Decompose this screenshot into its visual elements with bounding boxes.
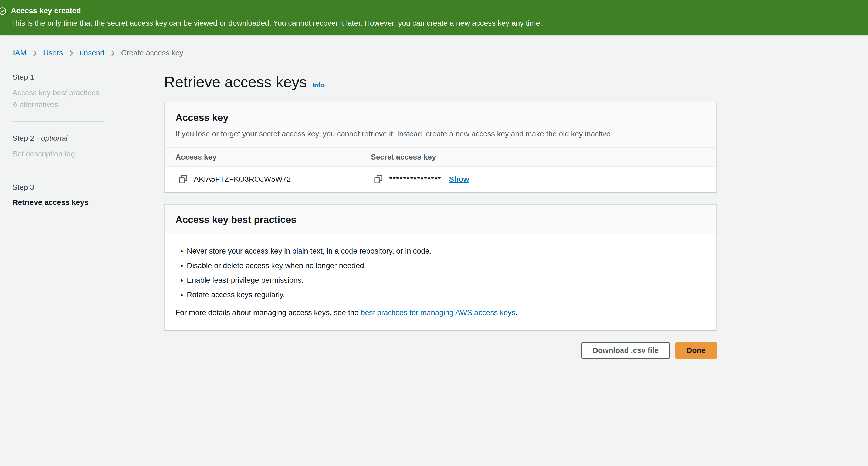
info-link[interactable]: Info [312, 81, 324, 89]
step2-optional-suffix: - optional [36, 134, 67, 142]
step3-current-title: Retrieve access keys [12, 197, 104, 208]
column-header-secret-access-key: Secret access key [361, 148, 716, 166]
copy-secret-key-icon[interactable] [374, 175, 383, 184]
chevron-right-icon [68, 50, 75, 57]
access-key-card: Access key If you lose or forget your se… [164, 101, 717, 192]
column-header-access-key: Access key [165, 148, 361, 166]
best-practices-list: Never store your access key in plain tex… [176, 246, 706, 300]
access-key-card-title: Access key [176, 112, 706, 124]
breadcrumb-item-unsend[interactable]: unsend [80, 48, 104, 58]
breadcrumb-item-iam[interactable]: IAM [13, 48, 26, 58]
chevron-right-icon [31, 50, 38, 57]
breadcrumb: IAM Users unsend Create access key [0, 35, 868, 58]
copy-access-key-icon[interactable] [179, 175, 187, 184]
list-item: Never store your access key in plain tex… [187, 246, 706, 256]
show-secret-link[interactable]: Show [449, 175, 469, 184]
key-table-row: AKIA5FTZFKO3ROJW5W72 *************** Sho… [165, 167, 716, 192]
main-content: Retrieve access keys Info Access key If … [164, 72, 717, 359]
best-practices-card-title: Access key best practices [176, 214, 706, 226]
step2-link[interactable]: Set description tag [12, 150, 75, 158]
page-title: Retrieve access keys [164, 72, 307, 92]
key-table-header: Access key Secret access key [165, 148, 716, 167]
done-button[interactable]: Done [675, 342, 717, 359]
best-practices-footer: For more details about managing access k… [176, 307, 706, 318]
list-item: Rotate access keys regularly. [187, 289, 706, 300]
breadcrumb-current: Create access key [121, 48, 183, 58]
secret-key-masked-value: *************** [389, 174, 441, 185]
wizard-actions: Download .csv file Done [164, 342, 717, 359]
iam-create-access-key-page: Access key created This is the only time… [0, 0, 868, 466]
step-divider [12, 170, 104, 171]
chevron-right-icon [109, 50, 116, 57]
step-divider [12, 122, 104, 122]
flashbar-title: Access key created [11, 5, 542, 16]
flashbar-message: This is the only time that the secret ac… [11, 18, 542, 29]
best-practices-card: Access key best practices Never store yo… [164, 204, 717, 331]
step2-label: Step 2 - optional [12, 133, 104, 143]
breadcrumb-item-users[interactable]: Users [43, 48, 63, 58]
wizard-step-nav: Step 1 Access key best practices & alter… [12, 72, 104, 208]
step1-label: Step 1 [12, 72, 104, 82]
success-flashbar: Access key created This is the only time… [0, 0, 868, 35]
download-csv-button[interactable]: Download .csv file [581, 342, 670, 359]
step3-label: Step 3 [12, 183, 104, 192]
list-item: Disable or delete access key when no lon… [187, 260, 706, 271]
check-circle-icon [0, 7, 6, 17]
step1-link[interactable]: Access key best practices & alternatives [12, 89, 99, 109]
list-item: Enable least-privilege permissions. [187, 275, 706, 286]
best-practices-link[interactable]: best practices for managing AWS access k… [361, 308, 515, 317]
access-key-card-description: If you lose or forget your secret access… [176, 128, 706, 139]
access-key-id-value: AKIA5FTZFKO3ROJW5W72 [194, 174, 291, 185]
